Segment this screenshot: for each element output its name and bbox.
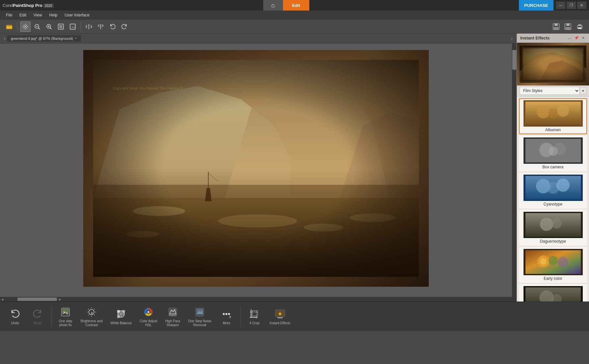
tab-title: greenland-9.jpg* @ 67% (Background) — [11, 36, 73, 40]
tab-close-button[interactable]: × — [75, 36, 77, 40]
photo-frame: Copyright Have You Passed The Camera © — [83, 50, 429, 287]
color-adjust-icon — [142, 306, 154, 318]
svg-line-90 — [89, 309, 89, 309]
tab-scroll-right[interactable]: › — [510, 36, 514, 41]
style-item-early-color[interactable]: Early color — [519, 247, 587, 283]
toolbar-undo-button[interactable] — [107, 21, 118, 32]
style-thumb-daguerreotype — [524, 212, 583, 238]
edit-button[interactable]: Edit — [283, 0, 309, 11]
svg-rect-110 — [196, 314, 203, 315]
horizontal-scrollbar[interactable]: ◂ ▸ — [0, 297, 517, 302]
high-pass-sharpen-tool[interactable]: High PassSharpen — [163, 305, 183, 328]
toolbar: 1:1 — [0, 20, 589, 34]
svg-rect-116 — [252, 311, 258, 316]
panel-controls: — 📌 ✕ — [567, 36, 586, 40]
brightness-contrast-tool[interactable]: Brightness andContrast — [78, 305, 105, 328]
style-thumb-early-color — [524, 249, 583, 275]
earlycolor-preview — [524, 249, 583, 275]
right-panel: Instant Effects — 📌 ✕ — [517, 34, 589, 302]
menu-help[interactable]: Help — [46, 12, 61, 19]
svg-point-74 — [549, 256, 558, 265]
style-item-albumen[interactable]: Albumen — [519, 98, 587, 134]
boxcamera-preview — [524, 137, 583, 164]
svg-point-112 — [225, 313, 227, 315]
color-adjust-label: Color AdjustHSL — [140, 319, 157, 327]
save-button[interactable] — [551, 21, 561, 32]
style-select[interactable]: Film Styles — [520, 87, 580, 95]
panel-preview-image — [517, 43, 589, 85]
redo-icon — [32, 308, 43, 320]
purchase-button[interactable]: PURCHASE — [519, 0, 553, 11]
tab-scroll-left[interactable]: ‹ — [3, 36, 7, 41]
brightness-icon — [86, 306, 97, 318]
scrollbar-thumb[interactable] — [512, 50, 516, 70]
svg-line-5 — [38, 28, 39, 29]
panel-close-button[interactable]: ✕ — [581, 36, 586, 40]
style-item-daguerreotype[interactable]: Daguerreotype — [519, 210, 587, 246]
styles-list: Albumen Box camera — [517, 96, 589, 302]
white-balance-tool[interactable]: White Balance — [108, 307, 134, 327]
preview-inner — [520, 45, 586, 83]
hscroll-right[interactable]: ▸ — [58, 298, 62, 301]
home-button[interactable]: ⌂ — [263, 0, 283, 11]
instant-effects-icon — [274, 308, 286, 320]
style-label-early-color: Early color — [544, 276, 562, 281]
panel-minimize-button[interactable]: — — [567, 36, 572, 40]
menu-user-interface[interactable]: User Interface — [62, 12, 93, 19]
panel-header: Instant Effects — 📌 ✕ — [517, 34, 589, 43]
svg-point-111 — [223, 313, 225, 315]
fit-window-button[interactable] — [56, 21, 66, 32]
more-tool[interactable]: More — [217, 307, 236, 327]
style-item-last[interactable] — [519, 284, 587, 302]
save-copy-button[interactable] — [563, 21, 573, 32]
hscroll-left[interactable]: ◂ — [1, 298, 4, 301]
undo-tool[interactable]: Undo — [5, 307, 25, 327]
crop-tool[interactable]: 4 Crop — [244, 307, 264, 327]
style-item-box-camera[interactable]: Box camera — [519, 135, 587, 171]
logo-psp: PaintShop Pro — [13, 3, 42, 8]
svg-point-51 — [557, 105, 569, 117]
canvas-scroll[interactable]: Copyright Have You Passed The Camera © — [0, 43, 512, 297]
menu-view[interactable]: View — [30, 12, 45, 19]
close-button[interactable]: ✕ — [577, 2, 586, 9]
mirror-button[interactable] — [95, 21, 106, 32]
print-button[interactable] — [575, 21, 585, 32]
dropdown-arrow[interactable]: ▼ — [580, 87, 586, 94]
noise-removal-tool[interactable]: One Step NoiseRemoval — [186, 305, 214, 328]
vertical-scrollbar[interactable] — [512, 43, 517, 297]
logo-corel: Corel — [3, 3, 13, 8]
open-folder-button[interactable] — [4, 21, 14, 32]
svg-line-92 — [94, 309, 95, 309]
redo-tool[interactable]: Redo — [28, 307, 47, 327]
tab-bar: ‹ greenland-9.jpg* @ 67% (Background) × … — [0, 34, 517, 43]
svg-point-68 — [551, 218, 562, 229]
tab-item[interactable]: greenland-9.jpg* @ 67% (Background) × — [7, 35, 81, 42]
actual-size-button[interactable]: 1:1 — [67, 21, 78, 32]
style-thumb-albumen — [524, 100, 583, 127]
flip-horizontal-button[interactable] — [84, 21, 94, 32]
svg-point-67 — [540, 218, 553, 231]
style-label-box-camera: Box camera — [542, 165, 563, 169]
instant-effects-tool[interactable]: Instant Effects — [267, 307, 293, 327]
one-step-photo-fix-tool[interactable]: One stepphoto fix — [56, 305, 75, 328]
noise-removal-icon — [194, 306, 206, 318]
photo-inner: Copyright Have You Passed The Camera © — [93, 60, 419, 277]
undo-label: Undo — [11, 321, 19, 325]
color-adjust-tool[interactable]: Color AdjustHSL — [137, 305, 160, 328]
bottom-separator-2 — [240, 307, 241, 327]
zoom-out-button[interactable] — [32, 21, 42, 32]
menu-edit[interactable]: Edit — [16, 12, 30, 19]
panel-pin-button[interactable]: 📌 — [573, 36, 580, 40]
restore-button[interactable]: ❐ — [567, 2, 576, 9]
minimize-button[interactable]: — — [556, 2, 565, 9]
hscroll-thumb[interactable] — [17, 298, 57, 301]
toolbar-redo-button[interactable] — [119, 21, 130, 32]
svg-rect-17 — [555, 24, 557, 25]
menu-file[interactable]: File — [3, 12, 15, 19]
style-item-cyanotype[interactable]: Cyanotype — [519, 173, 587, 208]
svg-line-9 — [50, 28, 51, 29]
one-step-icon — [60, 306, 71, 318]
pan-tool-button[interactable] — [20, 21, 31, 32]
noise-removal-label: One Step NoiseRemoval — [188, 319, 212, 327]
zoom-in-button[interactable] — [44, 21, 54, 32]
